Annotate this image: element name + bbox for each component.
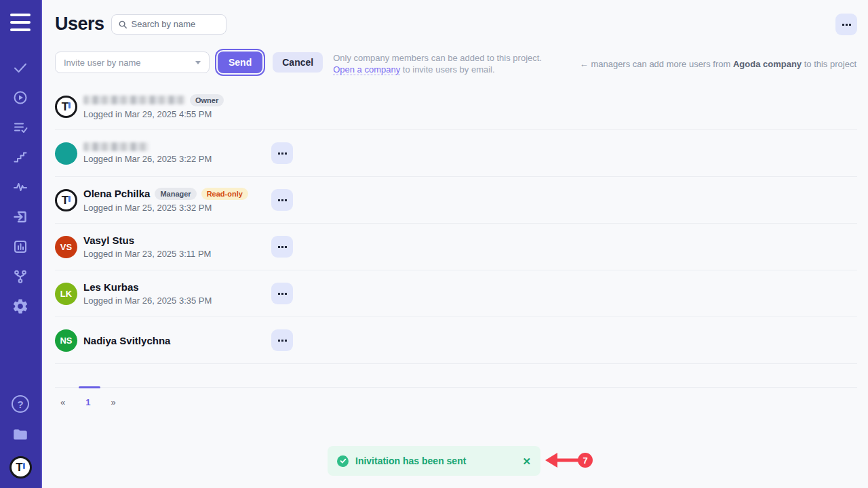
sidebar: ? T	[0, 0, 42, 488]
user-text: Nadiya Svitlychna	[83, 335, 170, 346]
pagination-page-1[interactable]: 1	[80, 396, 96, 409]
activity-pulse-icon[interactable]	[8, 179, 33, 195]
pagination-next[interactable]: »	[105, 396, 121, 409]
redacted-user-name	[83, 96, 185, 104]
note-suffix: to this project	[802, 59, 856, 69]
user-name: Les Kurbas	[83, 281, 139, 293]
row-options-button[interactable]	[271, 142, 293, 164]
avatar: LK	[55, 283, 77, 305]
invite-select-placeholder: Invite user by name	[64, 58, 140, 68]
toast-notification: Inivitation has been sent ✕	[328, 446, 540, 476]
help-icon[interactable]: ?	[12, 395, 29, 413]
open-company-link[interactable]: Open a company	[333, 64, 400, 75]
annotation-number-badge: 7	[578, 453, 593, 468]
user-text: Olena Pchilka Manager Read-only Logged i…	[83, 188, 248, 213]
logo-accent	[68, 196, 71, 202]
steps-icon[interactable]	[8, 149, 33, 165]
last-login: Logged in Mar 23, 2025 3:11 PM	[83, 249, 211, 259]
logo-letter: T	[16, 462, 22, 473]
user-text: Logged in Mar 26, 2025 3:22 PM	[83, 142, 212, 164]
invite-user-select[interactable]: Invite user by name	[55, 52, 210, 73]
table-row: T Olena Pchilka Manager Read-only Logged…	[55, 177, 857, 224]
user-name: Nadiya Svitlychna	[83, 335, 170, 346]
user-text: Vasyl Stus Logged in Mar 23, 2025 3:11 P…	[83, 235, 211, 259]
hamburger-menu-icon[interactable]	[10, 14, 31, 31]
note-company-name: Agoda company	[733, 59, 802, 69]
pagination: « 1 »	[55, 387, 857, 409]
close-icon[interactable]: ✕	[522, 456, 531, 466]
app-logo[interactable]: T	[9, 456, 32, 479]
logo-letter: T	[62, 195, 68, 206]
search-input[interactable]	[132, 19, 220, 29]
branch-icon[interactable]	[8, 268, 33, 285]
last-login: Logged in Mar 29, 2025 4:55 PM	[83, 109, 224, 119]
row-options-button[interactable]	[271, 283, 293, 304]
row-options-button[interactable]	[271, 189, 293, 211]
check-icon[interactable]	[8, 60, 33, 76]
role-badge: Manager	[155, 188, 196, 200]
table-row: LK Les Kurbas Logged in Mar 26, 2025 3:3…	[55, 270, 857, 317]
user-text: Owner Logged in Mar 29, 2025 4:55 PM	[83, 94, 224, 119]
sidebar-nav	[8, 60, 33, 314]
avatar	[55, 142, 77, 165]
avatar: T	[55, 96, 77, 118]
logo-accent	[23, 463, 25, 469]
page-header: Users	[55, 14, 857, 35]
user-name: Vasyl Stus	[83, 235, 134, 246]
page-title: Users	[55, 14, 104, 35]
user-text: Les Kurbas Logged in Mar 26, 2025 3:35 P…	[83, 281, 212, 306]
avatar: T	[55, 189, 77, 211]
search-box	[111, 14, 226, 35]
toast-message: Inivitation has been sent	[355, 455, 515, 466]
red-arrow-icon	[544, 450, 579, 470]
last-login: Logged in Mar 26, 2025 3:22 PM	[83, 154, 212, 164]
gear-icon[interactable]	[8, 298, 33, 314]
table-row: VS Vasyl Stus Logged in Mar 23, 2025 3:1…	[55, 224, 857, 270]
sidebar-bottom: ? T	[8, 395, 33, 479]
table-row: T Owner Logged in Mar 29, 2025 4:55 PM	[55, 83, 857, 130]
annotation-arrow: 7	[544, 450, 593, 470]
invite-info-line1: Only company members can be added to thi…	[333, 53, 542, 63]
left-arrow-glyph: ←	[580, 59, 591, 69]
role-badge: Owner	[190, 94, 224, 106]
folder-icon[interactable]	[8, 426, 33, 443]
active-page-indicator	[79, 386, 100, 388]
send-button[interactable]: Send	[218, 52, 262, 73]
help-glyph: ?	[17, 399, 23, 410]
table-row: NS Nadiya Svitlychna	[55, 317, 857, 364]
note-prefix: managers can add more users from	[591, 59, 733, 69]
list-check-icon[interactable]	[8, 119, 33, 136]
table-row: Logged in Mar 26, 2025 3:22 PM	[55, 130, 857, 177]
play-circle-icon[interactable]	[8, 89, 33, 106]
last-login: Logged in Mar 25, 2025 3:32 PM	[83, 203, 248, 213]
page-options-button[interactable]	[835, 14, 857, 35]
success-check-icon	[337, 455, 349, 467]
logo-accent	[68, 102, 71, 108]
pagination-prev[interactable]: «	[55, 396, 71, 409]
main-content: Users Invite user by name Send Cancel On…	[42, 0, 868, 488]
managers-note: ← managers can add more users from Agoda…	[580, 59, 856, 69]
import-box-icon[interactable]	[8, 209, 33, 225]
row-options-button[interactable]	[271, 236, 293, 258]
bar-chart-icon[interactable]	[8, 239, 33, 255]
chevron-down-icon	[195, 61, 201, 64]
readonly-badge: Read-only	[201, 188, 248, 200]
user-name: Olena Pchilka	[83, 188, 150, 199]
avatar: VS	[55, 236, 77, 258]
last-login: Logged in Mar 26, 2025 3:35 PM	[83, 296, 212, 306]
row-options-button[interactable]	[271, 329, 293, 351]
logo-letter: T	[62, 101, 68, 113]
cancel-button[interactable]: Cancel	[273, 52, 323, 73]
invite-info-line2: to invite users by email.	[400, 64, 494, 75]
invite-info-text: Only company members can be added to thi…	[333, 52, 542, 75]
avatar: NS	[55, 329, 77, 352]
search-icon	[118, 20, 127, 29]
redacted-user-name	[83, 142, 149, 151]
user-list: T Owner Logged in Mar 29, 2025 4:55 PM L…	[55, 83, 857, 364]
